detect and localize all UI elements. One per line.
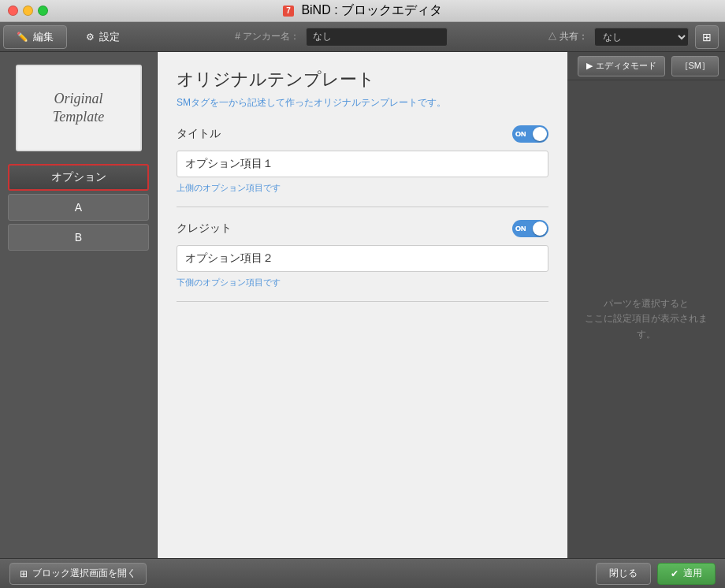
apply-button[interactable]: ✔ 適用 — [657, 563, 716, 585]
settings-button[interactable]: ⚙ 設定 — [73, 25, 132, 49]
editor-mode-button[interactable]: ▶ エディタモード — [578, 56, 665, 76]
toggle1-on-label: ON — [515, 130, 526, 138]
template-preview: Original Template — [16, 65, 142, 151]
sm-button[interactable]: ［SM］ — [671, 56, 719, 76]
block-select-button[interactable]: ⊞ ブロック選択画面を開く — [9, 563, 147, 585]
close-button[interactable]: 閉じる — [596, 563, 651, 585]
right-panel: ▶ エディタモード ［SM］ パーツを選択すると ここに設定項目が表示されます。 — [567, 52, 725, 558]
close-window-btn[interactable] — [8, 6, 18, 16]
section1-header: タイトル ON — [177, 125, 548, 143]
maximize-window-btn[interactable] — [38, 6, 48, 16]
top-toolbar: ✏️ 編集 ⚙ 設定 # アンカー名： △ 共有： なし ⊞ — [0, 22, 725, 52]
checkmark-icon: ✔ — [671, 568, 679, 579]
section2-header: クレジット ON — [177, 220, 548, 237]
app-icon: 7 — [283, 6, 294, 17]
sidebar-nav-a[interactable]: A — [8, 194, 149, 221]
content-title: オリジナルテンプレート — [177, 68, 548, 91]
title-bar: 7 BiND : ブロックエディタ — [0, 0, 725, 22]
left-sidebar: Original Template オプション A B — [0, 52, 158, 558]
bottom-right-buttons: 閉じる ✔ 適用 — [596, 563, 716, 585]
bottom-bar: ⊞ ブロック選択画面を開く 閉じる ✔ 適用 — [0, 558, 725, 588]
title-bar-text: 7 BiND : ブロックエディタ — [283, 2, 442, 19]
section2-label: クレジット — [177, 221, 232, 236]
template-preview-text: Original Template — [53, 90, 104, 127]
content-description: SMタグを一から記述して作ったオリジナルテンプレートです。 — [177, 96, 548, 110]
share-select[interactable]: なし — [594, 28, 689, 47]
toolbar-right: △ 共有： なし ⊞ — [548, 25, 725, 49]
anchor-input[interactable] — [306, 28, 448, 47]
window-controls — [8, 6, 48, 16]
right-toolbar: ▶ エディタモード ［SM］ — [567, 52, 725, 80]
play-icon: ▶ — [586, 61, 593, 71]
sidebar-nav-b[interactable]: B — [8, 224, 149, 251]
section1-hint: 上側のオプション項目です — [177, 182, 548, 194]
toggle2-knob — [533, 221, 547, 236]
toggle1-knob — [533, 127, 547, 141]
section2-hint: 下側のオプション項目です — [177, 277, 548, 288]
anchor-label: # アンカー名： — [235, 30, 299, 43]
section-divider-2 — [177, 301, 548, 302]
toggle2-on-label: ON — [515, 225, 526, 233]
main-area: Original Template オプション A B オリジナルテンプレート … — [0, 52, 725, 558]
section1-input[interactable] — [177, 151, 548, 177]
content-inner: オリジナルテンプレート SMタグを一から記述して作ったオリジナルテンプレートです… — [158, 52, 567, 330]
toolbar-center: # アンカー名： — [136, 28, 548, 47]
right-panel-hint: パーツを選択すると ここに設定項目が表示されます。 — [580, 296, 712, 342]
grid-icon-button[interactable]: ⊞ — [695, 25, 719, 49]
content-panel: オリジナルテンプレート SMタグを一から記述して作ったオリジナルテンプレートです… — [158, 52, 567, 558]
section2-toggle[interactable]: ON — [512, 220, 548, 237]
grid-icon-bottom: ⊞ — [20, 568, 28, 579]
right-panel-content: パーツを選択すると ここに設定項目が表示されます。 — [567, 80, 725, 558]
section1-toggle[interactable]: ON — [512, 125, 548, 143]
share-label: △ 共有： — [548, 30, 588, 43]
sidebar-nav-option[interactable]: オプション — [8, 164, 149, 191]
grid-icon: ⊞ — [702, 31, 712, 43]
section1-label: タイトル — [177, 127, 221, 141]
section2-input[interactable] — [177, 245, 548, 272]
edit-icon: ✏️ — [17, 32, 28, 43]
section-divider — [177, 207, 548, 207]
sidebar-nav: オプション A B — [0, 164, 157, 251]
gear-icon: ⚙ — [86, 32, 95, 43]
edit-button[interactable]: ✏️ 編集 — [3, 25, 67, 49]
minimize-window-btn[interactable] — [23, 6, 33, 16]
